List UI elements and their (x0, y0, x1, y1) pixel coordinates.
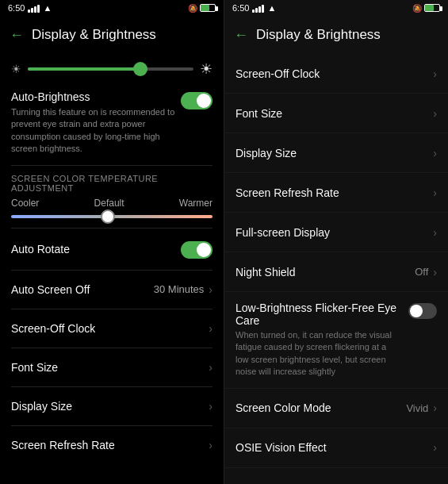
r-menu-item-osie-vision[interactable]: OSIE Vision Effect › (224, 428, 448, 468)
auto-brightness-desc: Turning this feature on is recommended t… (11, 106, 181, 156)
auto-brightness-title: Auto-Brightness (11, 90, 181, 103)
color-temp-section: Cooler Default Warmer (0, 198, 224, 228)
auto-screen-off-value: 30 Minutes (154, 283, 205, 295)
r-menu-item-screen-refresh-rate[interactable]: Screen Refresh Rate › (224, 173, 448, 213)
r-menu-item-display-size[interactable]: Display Size › (224, 133, 448, 173)
brightness-slider[interactable] (28, 67, 193, 71)
menu-item-font-size[interactable]: Font Size › (0, 348, 224, 386)
wifi-icon: ▲ (43, 3, 52, 13)
right-panel: 6:50 ▲ 🔕 ← Display & Brightness Screen-O… (224, 0, 448, 484)
battery-icon-right (424, 4, 440, 12)
chevron-icon: › (433, 266, 437, 278)
toggle-knob (197, 94, 211, 108)
left-panel: 6:50 ▲ 🔕 ← Display & Brightness ☀ ☀ (0, 0, 224, 484)
back-button-right[interactable]: ← (234, 27, 248, 44)
wifi-icon-right: ▲ (267, 3, 276, 13)
chevron-icon: › (209, 439, 213, 451)
brightness-thumb[interactable] (133, 62, 147, 76)
brightness-fill (28, 67, 140, 71)
color-temp-thumb[interactable] (101, 209, 115, 224)
menu-item-display-size[interactable]: Display Size › (0, 387, 224, 425)
header-left: ← Display & Brightness (0, 16, 224, 54)
chevron-icon: › (433, 147, 437, 159)
chevron-icon: › (433, 67, 437, 80)
display-size-label: Display Size (11, 400, 72, 413)
status-bar-right: 6:50 ▲ 🔕 (224, 0, 448, 16)
signal-icon-right (252, 4, 264, 13)
r-menu-item-fullscreen[interactable]: Full-screen Display › (224, 213, 448, 252)
low-brightness-toggle[interactable] (408, 303, 437, 319)
auto-brightness-section: Auto-Brightness Turning this feature on … (0, 84, 224, 165)
time-left: 6:50 (8, 3, 25, 13)
menu-item-auto-screen-off[interactable]: Auto Screen Off 30 Minutes › (0, 271, 224, 309)
header-right: ← Display & Brightness (224, 16, 448, 54)
screen-off-clock-label: Screen-Off Clock (11, 322, 95, 335)
chevron-icon: › (433, 107, 437, 120)
warmer-label: Warmer (179, 198, 213, 209)
r-menu-item-screen-off-clock[interactable]: Screen-Off Clock › (224, 54, 448, 94)
signal-icon (28, 4, 40, 13)
chevron-icon: › (433, 186, 437, 199)
chevron-icon: › (433, 401, 437, 414)
cooler-label: Cooler (11, 198, 39, 209)
status-bar-left: 6:50 ▲ 🔕 (0, 0, 224, 16)
menu-item-screen-refresh-rate[interactable]: Screen Refresh Rate › (0, 426, 224, 464)
auto-rotate-label: Auto Rotate (11, 243, 70, 255)
color-temp-slider[interactable] (11, 215, 213, 218)
menu-item-auto-rotate[interactable]: Auto Rotate (0, 229, 224, 270)
chevron-icon: › (209, 322, 213, 335)
screen-refresh-rate-label: Screen Refresh Rate (11, 439, 115, 451)
brightness-low-icon: ☀ (11, 63, 21, 75)
menu-items-left: Auto Rotate Auto Screen Off 30 Minutes ›… (0, 229, 224, 464)
color-temp-section-label: SCREEN COLOR TEMPERATURE ADJUSTMENT (0, 166, 224, 198)
chevron-icon: › (433, 226, 437, 239)
r-menu-item-font-size[interactable]: Font Size › (224, 94, 448, 133)
r-menu-item-screen-color-mode[interactable]: Screen Color Mode Vivid › (224, 389, 448, 428)
dnd-icon: 🔕 (188, 4, 197, 13)
page-title-right: Display & Brightness (256, 27, 381, 43)
r-menu-item-low-brightness[interactable]: Low-Brightness Flicker-Free Eye Care Whe… (224, 292, 448, 389)
brightness-row[interactable]: ☀ ☀ (0, 54, 224, 84)
dnd-icon-right: 🔕 (412, 4, 422, 13)
chevron-icon: › (209, 400, 213, 413)
page-title-left: Display & Brightness (32, 27, 156, 43)
chevron-icon: › (433, 441, 437, 454)
r-menu-item-night-shield[interactable]: Night Shield Off › (224, 252, 448, 292)
brightness-high-icon: ☀ (200, 60, 213, 78)
auto-brightness-toggle[interactable] (181, 92, 213, 109)
battery-icon (200, 4, 216, 12)
back-button-left[interactable]: ← (10, 27, 24, 44)
menu-item-screen-off-clock[interactable]: Screen-Off Clock › (0, 309, 224, 348)
auto-screen-off-label: Auto Screen Off (11, 283, 90, 296)
menu-items-right: Screen-Off Clock › Font Size › Display S… (224, 54, 448, 484)
font-size-label: Font Size (11, 361, 58, 374)
auto-rotate-toggle[interactable] (181, 241, 213, 259)
default-label: Default (94, 198, 124, 209)
time-right: 6:50 (232, 3, 249, 13)
chevron-icon: › (209, 283, 213, 296)
chevron-icon: › (209, 361, 213, 374)
screen-color-mode-value: Vivid (406, 402, 428, 414)
night-shield-value: Off (415, 266, 428, 278)
